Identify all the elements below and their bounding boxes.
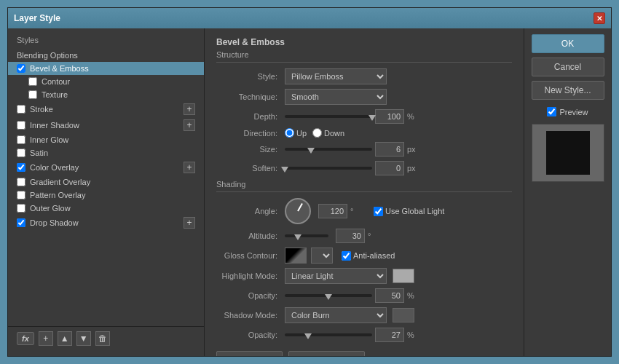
inner-shadow-add-button[interactable]: + — [184, 119, 195, 131]
style-row: Style: Pillow Emboss Outer Bevel Inner B… — [216, 68, 512, 84]
gradient-overlay-label: Gradient Overlay — [30, 178, 195, 186]
drop-shadow-checkbox[interactable] — [17, 218, 25, 227]
center-panel: Bevel & Emboss Structure Style: Pillow E… — [205, 28, 524, 356]
cancel-button[interactable]: Cancel — [532, 58, 604, 76]
shadow-opacity-input[interactable] — [375, 328, 404, 342]
left-panel: Styles Blending Options Bevel & Emboss C… — [8, 28, 205, 356]
preview-label: Preview — [559, 108, 588, 116]
stroke-add-button[interactable]: + — [184, 103, 195, 115]
direction-up-radio[interactable] — [285, 128, 294, 138]
gloss-contour-label: Gloss Contour: — [216, 251, 282, 260]
section-title: Bevel & Emboss — [216, 37, 512, 47]
color-overlay-add-button[interactable]: + — [184, 162, 195, 173]
contour-item[interactable]: Contour — [8, 75, 204, 88]
highlight-color-swatch[interactable] — [393, 269, 414, 283]
use-global-light-checkbox[interactable] — [374, 207, 383, 216]
highlight-opacity-slider[interactable] — [285, 294, 372, 297]
gradient-overlay-item[interactable]: Gradient Overlay — [8, 175, 204, 189]
anti-aliased-checkbox[interactable] — [342, 251, 351, 261]
inner-shadow-item[interactable]: Inner Shadow + — [8, 117, 204, 133]
move-down-button[interactable]: ▼ — [76, 331, 91, 346]
soften-input[interactable] — [375, 161, 404, 175]
highlight-opacity-input[interactable] — [375, 288, 404, 303]
highlight-mode-select[interactable]: Linear Light Normal Screen — [285, 268, 387, 284]
add-style-button[interactable]: + — [39, 331, 53, 346]
direction-up-label[interactable]: Up — [285, 128, 307, 138]
contour-checkbox[interactable] — [28, 77, 37, 86]
direction-down-label[interactable]: Down — [312, 128, 344, 138]
depth-label: Depth: — [216, 112, 282, 121]
gloss-contour-preview[interactable] — [285, 248, 307, 264]
bevel-emboss-checkbox[interactable] — [17, 64, 25, 73]
altitude-unit: ° — [368, 232, 382, 240]
make-default-button[interactable]: Make Default — [216, 351, 283, 356]
direction-row: Direction: Up Down — [216, 128, 512, 138]
angle-unit: ° — [350, 207, 365, 215]
styles-header: Styles — [8, 34, 204, 49]
blending-options-label: Blending Options — [17, 51, 195, 60]
shadow-opacity-label: Opacity: — [216, 331, 282, 339]
ok-button[interactable]: OK — [532, 34, 604, 53]
dialog-body: Styles Blending Options Bevel & Emboss C… — [8, 28, 611, 356]
stroke-item[interactable]: Stroke + — [8, 101, 204, 117]
color-overlay-checkbox[interactable] — [17, 163, 25, 172]
fx-button[interactable]: fx — [17, 332, 34, 345]
size-label: Size: — [216, 145, 282, 154]
bottom-buttons: Make Default Reset to Default — [216, 351, 512, 356]
size-row: Size: px — [216, 142, 512, 157]
delete-button[interactable]: 🗑 — [95, 331, 110, 346]
direction-radio-group: Up Down — [285, 128, 344, 138]
pattern-overlay-item[interactable]: Pattern Overlay — [8, 189, 204, 202]
shadow-opacity-slider[interactable] — [285, 333, 372, 336]
bevel-emboss-item[interactable]: Bevel & Emboss — [8, 62, 204, 75]
altitude-row: Altitude: ° — [216, 229, 512, 243]
angle-row: Angle: ° Use Global Light — [216, 198, 512, 224]
angle-input[interactable] — [318, 204, 347, 218]
gloss-contour-select[interactable] — [311, 248, 333, 264]
direction-down-radio[interactable] — [312, 128, 322, 138]
inner-glow-checkbox[interactable] — [17, 135, 25, 144]
pattern-overlay-checkbox[interactable] — [17, 191, 25, 199]
preview-inner — [546, 131, 590, 175]
gradient-overlay-checkbox[interactable] — [17, 178, 25, 186]
shadow-mode-select[interactable]: Color Burn Multiply Normal — [285, 307, 387, 323]
satin-item[interactable]: Satin — [8, 146, 204, 159]
inner-glow-item[interactable]: Inner Glow — [8, 133, 204, 146]
size-input[interactable] — [375, 142, 404, 157]
outer-glow-checkbox[interactable] — [17, 204, 25, 213]
gloss-contour-row: Gloss Contour: Anti-aliased — [216, 248, 512, 264]
drop-shadow-item[interactable]: Drop Shadow + — [8, 215, 204, 231]
drop-shadow-add-button[interactable]: + — [184, 217, 195, 229]
new-style-button[interactable]: New Style... — [532, 81, 604, 100]
depth-input[interactable] — [375, 109, 404, 124]
technique-select[interactable]: Smooth Chisel Hard Chisel Soft — [285, 89, 387, 105]
satin-label: Satin — [30, 149, 195, 157]
inner-shadow-checkbox[interactable] — [17, 121, 25, 130]
move-up-button[interactable]: ▲ — [58, 331, 72, 346]
satin-checkbox[interactable] — [17, 149, 25, 157]
altitude-input[interactable] — [336, 229, 365, 243]
size-slider[interactable] — [285, 148, 372, 151]
depth-slider[interactable] — [285, 115, 372, 118]
color-overlay-item[interactable]: Color Overlay + — [8, 159, 204, 175]
shadow-color-swatch[interactable] — [393, 308, 414, 323]
preview-checkbox[interactable] — [547, 107, 556, 116]
close-button[interactable]: ✕ — [594, 12, 605, 24]
use-global-light-label[interactable]: Use Global Light — [374, 207, 444, 216]
texture-checkbox[interactable] — [28, 90, 37, 99]
reset-default-button[interactable]: Reset to Default — [288, 351, 365, 356]
soften-row: Soften: px — [216, 161, 512, 175]
outer-glow-item[interactable]: Outer Glow — [8, 202, 204, 215]
texture-item[interactable]: Texture — [8, 88, 204, 101]
highlight-opacity-label: Opacity: — [216, 291, 282, 300]
preview-box — [532, 124, 604, 182]
blending-options-item[interactable]: Blending Options — [8, 49, 204, 62]
layer-style-dialog: Layer Style ✕ Styles Blending Options Be… — [7, 7, 612, 357]
stroke-checkbox[interactable] — [17, 105, 25, 114]
depth-unit: % — [407, 112, 422, 121]
altitude-slider[interactable] — [285, 234, 328, 237]
anti-aliased-label[interactable]: Anti-aliased — [342, 251, 395, 261]
style-select[interactable]: Pillow Emboss Outer Bevel Inner Bevel Em… — [285, 68, 387, 84]
angle-dial[interactable] — [285, 198, 311, 224]
soften-slider[interactable] — [285, 167, 372, 170]
